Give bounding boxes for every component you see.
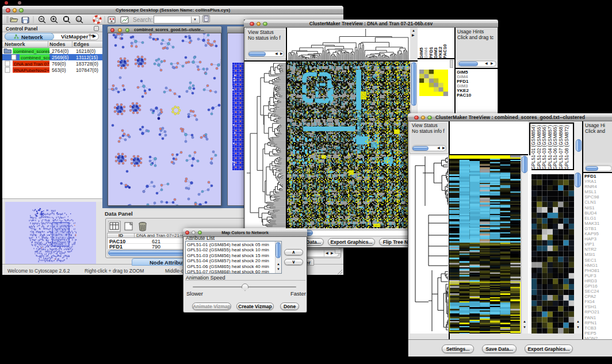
svg-text:563(0): 563(0) bbox=[52, 67, 66, 73]
svg-text:GPL51-04 (GSM857): GPL51-04 (GSM857) bbox=[548, 125, 553, 169]
svg-text:2764(0): 2764(0) bbox=[52, 48, 68, 54]
svg-text:combined_scores_: combined_scores_ bbox=[14, 49, 53, 54]
svg-text:GIM4: GIM4 bbox=[423, 47, 429, 59]
svg-text:16218(0): 16218(0) bbox=[76, 48, 95, 54]
svg-text:107847(0): 107847(0) bbox=[76, 67, 98, 73]
svg-text:13112(15): 13112(15) bbox=[76, 55, 98, 60]
svg-text:769(0): 769(0) bbox=[52, 61, 66, 67]
svg-text:2569(6): 2569(6) bbox=[52, 55, 68, 60]
svg-text:GPL51-02 (GSM855): GPL51-02 (GSM855) bbox=[537, 125, 542, 169]
svg-text:183728(0): 183728(0) bbox=[76, 61, 98, 67]
svg-text:1:1: 1:1 bbox=[77, 18, 81, 21]
svg-text:GPL51-03 (GSM856): GPL51-03 (GSM856) bbox=[542, 125, 547, 169]
svg-text:GPL51-08 (GSM872): GPL51-08 (GSM872) bbox=[564, 125, 569, 169]
svg-text:GPL51-07 (GSM868): GPL51-07 (GSM868) bbox=[559, 125, 564, 169]
svg-text:GPL51-06 (GSM865): GPL51-06 (GSM865) bbox=[553, 125, 558, 169]
svg-text:RNAPuberNov2+: RNAPuberNov2+ bbox=[14, 68, 49, 73]
svg-text:GPL51-01 (GSM854): GPL51-01 (GSM854) bbox=[531, 125, 536, 169]
svg-text:combined_sco: combined_sco bbox=[21, 55, 51, 60]
svg-text:DNA and Tran 07: DNA and Tran 07 bbox=[14, 62, 49, 67]
svg-text:PAC10: PAC10 bbox=[442, 44, 447, 59]
